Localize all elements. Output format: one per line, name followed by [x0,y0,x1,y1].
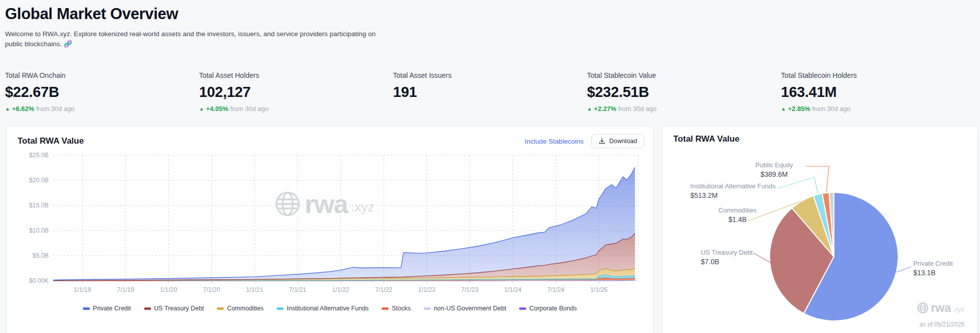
legend-item-institutional-alternative-funds[interactable]: Institutional Alternative Funds [277,305,369,312]
watermark-text: rwa [305,191,347,217]
download-icon [598,138,605,145]
stats-row: Total RWA Onchain $22.67B ▲+6.62% from 3… [0,71,980,113]
legend-swatch [217,307,224,310]
subtitle-line-1: Welcome to RWA.xyz. Explore tokenized re… [5,30,376,38]
download-button[interactable]: Download [591,134,644,148]
up-triangle-icon: ▲ [5,106,10,112]
svg-text:1/1/21: 1/1/21 [246,286,263,293]
stat-change: ▲+2.27% from 30d ago [587,105,781,113]
legend-item-stocks[interactable]: Stocks [382,305,411,312]
legend-swatch [424,307,431,310]
change-suffix: from 30d ago [36,105,75,113]
svg-text:$0.00K: $0.00K [29,277,49,284]
stat-label: Total Asset Issuers [393,71,587,79]
svg-text:7/1/24: 7/1/24 [547,286,564,293]
change-suffix: from 30d ago [618,105,657,113]
legend-label: Corporate Bonds [529,305,577,312]
cards-row: Total RWA Value Include Stablecoins Down… [0,126,980,333]
area-card-header: Total RWA Value Include Stablecoins Down… [18,134,644,148]
pie-label-us-treasury-debt: US Treasury Debt $7.0B [701,249,753,266]
pie-label-institutional-alternative-funds: Institutional Alternative Funds $513.2M [690,182,776,200]
stat-total-asset-holders: Total Asset Holders 102,127 ▲+4.05% from… [199,71,393,113]
stat-value: $232.51B [587,84,781,100]
svg-text:$10.0B: $10.0B [29,227,49,234]
svg-text:1/1/25: 1/1/25 [590,286,607,293]
globe-icon [274,190,301,217]
svg-text:7/1/20: 7/1/20 [203,286,220,293]
stat-label: Total Stablecoin Holders [781,71,975,79]
area-card-controls: Include Stablecoins Download [525,134,644,148]
svg-text:$5.0B: $5.0B [33,252,49,259]
area-card-title: Total RWA Value [18,136,84,146]
svg-text:1/1/24: 1/1/24 [504,286,521,293]
subtitle-line-2: public blockchains. 🧬 [5,40,72,48]
legend-swatch [382,307,389,310]
stat-change: ▲+6.62% from 30d ago [5,105,199,113]
stat-value: 102,127 [199,84,393,100]
chart-legend: Private CreditUS Treasury DebtCommoditie… [7,305,653,312]
total-rwa-value-pie-card: Total RWA Value Public Equity $389.6M In… [662,126,978,333]
rwa-watermark: rwa .xyz [917,302,964,314]
stat-value: $22.67B [5,84,199,100]
page-header: Global Market Overview Welcome to RWA.xy… [0,0,980,49]
download-label: Download [609,138,637,145]
watermark-suffix: .xyz [351,199,374,217]
svg-text:1/1/23: 1/1/23 [418,286,435,293]
legend-label: Institutional Alternative Funds [287,305,369,312]
stat-change: ▲+4.05% from 30d ago [199,105,393,113]
legend-item-non-us-government-debt[interactable]: non-US Government Debt [424,305,507,312]
legend-label: non-US Government Debt [434,305,507,312]
svg-text:1/1/19: 1/1/19 [74,286,91,293]
svg-text:$25.0B: $25.0B [29,152,49,159]
legend-item-corporate-bonds[interactable]: Corporate Bonds [519,305,577,312]
svg-text:7/1/22: 7/1/22 [375,286,392,293]
pie-card-header: Total RWA Value [673,134,968,144]
stat-label: Total RWA Onchain [5,71,199,79]
legend-swatch [519,307,526,310]
stat-label: Total Stablecoin Value [587,71,781,79]
stat-total-rwa-onchain: Total RWA Onchain $22.67B ▲+6.62% from 3… [5,71,199,113]
pie-card-title: Total RWA Value [673,134,740,144]
rwa-watermark: rwa .xyz [274,190,374,217]
legend-swatch [277,307,284,310]
stat-value: 191 [393,84,587,100]
legend-item-us-treasury-debt[interactable]: US Treasury Debt [144,305,204,312]
stat-total-asset-issuers: Total Asset Issuers 191 [393,71,587,113]
watermark-text: rwa [931,302,951,314]
svg-text:7/1/21: 7/1/21 [289,286,306,293]
stat-change: ▲+2.85% from 30d ago [781,105,975,113]
legend-label: Commodities [227,305,264,312]
svg-text:1/1/22: 1/1/22 [332,286,349,293]
globe-icon [917,302,929,314]
svg-text:$20.0B: $20.0B [29,177,49,184]
stat-total-stablecoin-holders: Total Stablecoin Holders 163.41M ▲+2.85%… [781,71,975,113]
up-triangle-icon: ▲ [587,106,592,112]
legend-item-commodities[interactable]: Commodities [217,305,264,312]
svg-text:7/1/23: 7/1/23 [461,286,478,293]
page-title: Global Market Overview [5,5,974,23]
pie-label-commodities: Commodities $1.4B [710,206,765,224]
stat-label: Total Asset Holders [199,71,393,79]
change-suffix: from 30d ago [230,105,269,113]
include-stablecoins-link[interactable]: Include Stablecoins [525,138,583,145]
svg-text:7/1/19: 7/1/19 [117,286,134,293]
pie-label-public-equity: Public Equity $389.6M [744,161,804,179]
legend-label: Stocks [392,305,411,312]
watermark-suffix: .xyz [953,305,964,314]
up-triangle-icon: ▲ [199,106,204,112]
legend-label: US Treasury Debt [154,305,204,312]
as-of-date: as of 05/21/2025 [920,321,964,328]
legend-label: Private Credit [93,305,131,312]
stat-total-stablecoin-value: Total Stablecoin Value $232.51B ▲+2.27% … [587,71,781,113]
legend-item-private-credit[interactable]: Private Credit [83,305,131,312]
svg-text:$15.0B: $15.0B [29,202,49,209]
change-suffix: from 30d ago [812,105,851,113]
up-triangle-icon: ▲ [781,106,786,112]
pie-label-private-credit: Private Credit $13.1B [913,260,953,277]
page-subtitle: Welcome to RWA.xyz. Explore tokenized re… [5,29,974,49]
legend-swatch [144,307,151,310]
legend-swatch [83,307,90,310]
svg-text:1/1/20: 1/1/20 [160,286,177,293]
total-rwa-value-area-card: Total RWA Value Include Stablecoins Down… [6,126,654,333]
stat-value: 163.41M [781,84,975,100]
